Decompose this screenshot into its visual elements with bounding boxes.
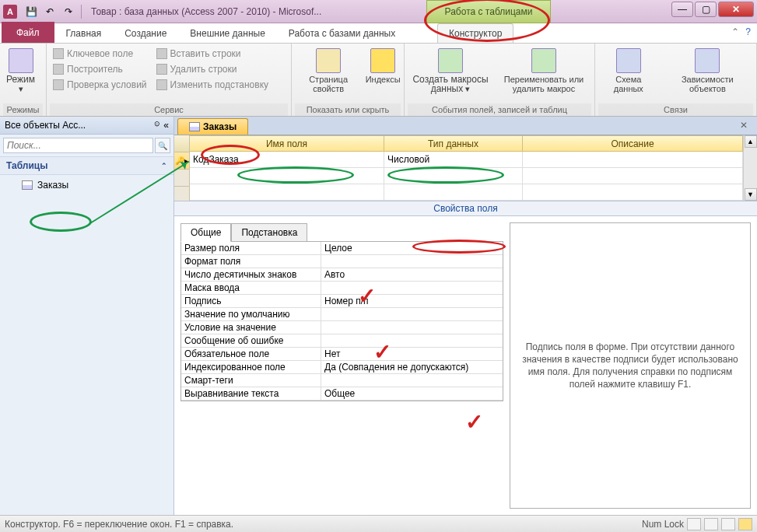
qat-undo-icon[interactable]: ↶ — [42, 4, 58, 19]
property-row[interactable]: Маска ввода — [181, 282, 503, 295]
property-row[interactable]: Значение по умолчанию — [181, 308, 503, 321]
ribbon-tab-strip: Файл Главная Создание Внешние данные Раб… — [0, 23, 757, 44]
document-tab-orders[interactable]: Заказы — [177, 118, 248, 135]
nav-search-input[interactable] — [3, 138, 153, 153]
property-value[interactable] — [321, 255, 503, 268]
window-title: Товар : база данных (Access 2007 - 2010)… — [91, 6, 321, 17]
object-deps-button[interactable]: Зависимости объектов — [662, 47, 753, 95]
property-value[interactable] — [321, 321, 503, 334]
nav-group-tables[interactable]: Таблицы ⌃ — [0, 156, 173, 175]
relationships-button[interactable]: Схема данных — [598, 47, 659, 95]
property-value[interactable] — [321, 282, 503, 294]
row-selector[interactable] — [174, 170, 189, 187]
nav-search-button[interactable]: 🔍 — [155, 138, 170, 153]
prop-tab-lookup[interactable]: Подстановка — [231, 223, 307, 242]
delete-rows-button[interactable]: Удалить строки — [153, 62, 272, 76]
field-desc-cell[interactable] — [523, 184, 743, 201]
property-value[interactable]: Да (Совпадения не допускаются) — [321, 361, 503, 373]
view-design-icon[interactable] — [738, 518, 752, 530]
property-row[interactable]: Индексированное полеДа (Совпадения не до… — [181, 361, 503, 374]
field-desc-cell[interactable] — [523, 152, 743, 168]
column-header-name[interactable]: Имя поля — [190, 135, 384, 152]
row-selector[interactable]: 🔑▸ — [174, 152, 189, 170]
minimize-button[interactable]: — — [671, 2, 693, 17]
document-close-button[interactable]: ✕ — [740, 120, 751, 131]
property-name: Формат поля — [181, 255, 321, 268]
property-row[interactable]: Размер поляЦелое — [181, 242, 503, 255]
nav-header[interactable]: Все объекты Acc... ⊙ « — [0, 117, 173, 135]
row-selector-header[interactable] — [174, 135, 189, 152]
nav-collapse-icon[interactable]: « — [163, 120, 169, 131]
maximize-button[interactable]: ▢ — [695, 2, 717, 17]
property-value[interactable]: Нет — [321, 348, 503, 360]
property-row[interactable]: ПодписьНомер п/п — [181, 295, 503, 308]
document-tab-strip: Заказы ✕ — [174, 117, 757, 135]
field-type-cell[interactable] — [384, 168, 523, 184]
field-name-cell[interactable]: КодЗаказа — [190, 152, 384, 168]
view-pivot-icon[interactable] — [704, 518, 718, 530]
view-mode-button[interactable]: Режим▾ — [3, 47, 38, 95]
modify-lookups-button[interactable]: Изменить подстановку — [153, 78, 272, 92]
scroll-up-button[interactable]: ▲ — [745, 135, 757, 148]
field-type-cell[interactable] — [384, 184, 523, 201]
help-icon[interactable]: ? — [745, 26, 751, 37]
tab-external[interactable]: Внешние данные — [178, 23, 277, 43]
tab-database-tools[interactable]: Работа с базами данных — [277, 23, 407, 43]
ribbon: Режим▾ Режимы Ключевое поле Построитель … — [0, 44, 757, 117]
nav-dropdown-icon[interactable]: ⊙ — [154, 120, 160, 131]
property-row[interactable]: Обязательное полеНет — [181, 348, 503, 361]
contextual-tab-header: Работа с таблицами — [426, 0, 551, 23]
property-row[interactable]: Смарт-теги — [181, 374, 503, 387]
scroll-down-button[interactable]: ▼ — [745, 188, 757, 201]
create-data-macros-button[interactable]: Создать макросы данных ▾ — [408, 47, 493, 95]
close-button[interactable]: ✕ — [718, 2, 754, 17]
property-value[interactable] — [321, 374, 503, 387]
tab-home[interactable]: Главная — [54, 23, 114, 43]
primary-key-button[interactable]: Ключевое поле — [50, 47, 150, 61]
view-datasheet-icon[interactable] — [687, 518, 701, 530]
property-row[interactable]: Условие на значение — [181, 321, 503, 334]
tab-file[interactable]: Файл — [2, 22, 54, 43]
rename-delete-macro-button[interactable]: Переименовать или удалить макрос — [496, 47, 591, 95]
property-value[interactable]: Номер п/п — [321, 295, 503, 307]
property-row[interactable]: Формат поля — [181, 255, 503, 268]
property-value[interactable]: Общее — [321, 387, 503, 400]
field-name-cell[interactable] — [190, 184, 384, 201]
property-sheet-button[interactable]: Страница свойств — [295, 47, 362, 95]
property-row[interactable]: Выравнивание текстаОбщее — [181, 387, 503, 401]
insert-rows-button[interactable]: Вставить строки — [153, 47, 272, 61]
primary-key-icon: 🔑▸ — [175, 156, 188, 165]
property-name: Обязательное поле — [181, 348, 321, 360]
qat-redo-icon[interactable]: ↷ — [61, 4, 76, 19]
dependencies-icon — [695, 48, 720, 73]
lookup-icon — [156, 79, 167, 90]
group-label-relations: Связи — [598, 103, 753, 116]
collapse-icon: ⌃ — [161, 162, 167, 170]
group-label-service: Сервис — [50, 103, 288, 116]
indexes-button[interactable]: Индексы — [365, 47, 401, 86]
property-name: Значение по умолчанию — [181, 308, 321, 320]
tab-create[interactable]: Создание — [113, 23, 178, 43]
field-type-cell[interactable]: Числовой — [384, 152, 523, 168]
builder-button[interactable]: Построитель — [50, 62, 150, 76]
property-value[interactable] — [321, 308, 503, 320]
test-rules-button[interactable]: Проверка условий — [50, 78, 150, 92]
tab-design[interactable]: Конструктор — [437, 23, 513, 43]
prop-tab-general[interactable]: Общие — [180, 223, 231, 242]
field-desc-cell[interactable] — [523, 168, 743, 184]
property-value[interactable]: Целое — [321, 242, 503, 254]
view-chart-icon[interactable] — [721, 518, 735, 530]
nav-item-orders[interactable]: Заказы — [0, 175, 173, 195]
group-label-showhide: Показать или скрыть — [295, 103, 401, 116]
field-name-cell[interactable] — [190, 168, 384, 184]
group-label-events: События полей, записей и таблиц — [408, 103, 591, 116]
vertical-scrollbar[interactable]: ▲ ▼ — [743, 135, 757, 201]
property-value[interactable] — [321, 334, 503, 347]
property-row[interactable]: Сообщение об ошибке — [181, 334, 503, 348]
column-header-type[interactable]: Тип данных — [384, 135, 523, 152]
property-row[interactable]: Число десятичных знаковАвто — [181, 268, 503, 282]
qat-save-icon[interactable]: 💾 — [23, 4, 39, 19]
property-value[interactable]: Авто — [321, 268, 503, 281]
column-header-desc[interactable]: Описание — [523, 135, 743, 152]
ribbon-minimize-icon[interactable]: ⌃ — [731, 26, 739, 37]
